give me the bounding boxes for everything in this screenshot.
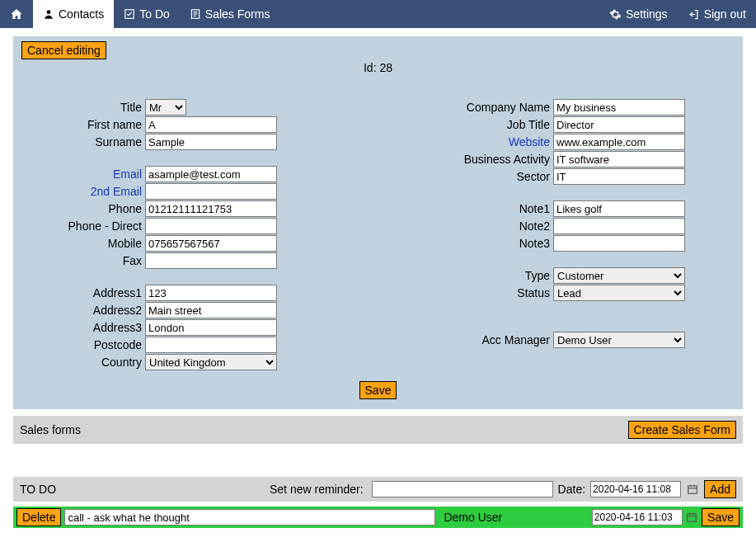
- todo-row: Delete Demo User Save: [13, 507, 743, 528]
- nav-salesforms-label: Sales Forms: [205, 7, 270, 21]
- postcode-label: Postcode: [46, 338, 145, 351]
- checkbox-icon: [124, 8, 135, 20]
- firstname-input[interactable]: [145, 116, 277, 133]
- title-label: Title: [46, 101, 145, 114]
- type-select[interactable]: Customer: [553, 267, 685, 284]
- calendar-icon[interactable]: [686, 482, 699, 497]
- note2-label: Note2: [438, 219, 553, 233]
- status-label: Status: [438, 286, 553, 299]
- note3-input[interactable]: [553, 235, 685, 252]
- mobile-input[interactable]: [145, 235, 277, 252]
- set-reminder-label: Set new reminder:: [61, 483, 367, 496]
- svg-rect-7: [688, 486, 697, 493]
- nav-signout-label: Sign out: [704, 7, 746, 21]
- email2-label[interactable]: 2nd Email: [46, 185, 145, 198]
- phonedirect-label: Phone - Direct: [46, 219, 145, 233]
- phone-input[interactable]: [145, 200, 277, 217]
- nav-contacts[interactable]: Contacts: [33, 0, 114, 28]
- nav-settings[interactable]: Settings: [599, 0, 678, 28]
- nav-signout[interactable]: Sign out: [678, 0, 756, 28]
- surname-input[interactable]: [145, 134, 277, 150]
- accmgr-label: Acc Manager: [438, 333, 553, 346]
- activity-input[interactable]: [553, 151, 685, 167]
- note1-label: Note1: [438, 202, 553, 215]
- todo-user: Demo User: [439, 511, 588, 524]
- sector-input[interactable]: [553, 168, 685, 185]
- addr1-input[interactable]: [145, 285, 277, 301]
- jobtitle-label: Job Title: [438, 118, 553, 131]
- delete-todo-button[interactable]: Delete: [16, 508, 61, 526]
- calendar-icon[interactable]: [686, 510, 698, 525]
- nav-contacts-label: Contacts: [59, 7, 104, 21]
- nav-settings-label: Settings: [626, 7, 668, 21]
- nav-todo-label: To Do: [139, 7, 170, 21]
- addr1-label: Address1: [46, 286, 145, 299]
- activity-label: Business Activity: [438, 153, 553, 166]
- mobile-label: Mobile: [46, 237, 145, 250]
- postcode-input[interactable]: [145, 337, 277, 353]
- note3-label: Note3: [438, 237, 553, 250]
- addr2-label: Address2: [46, 304, 145, 317]
- company-label: Company Name: [438, 101, 553, 114]
- form-icon: [190, 8, 201, 20]
- contact-edit-panel: Cancel editing Id: 28 Title Mr First nam…: [13, 36, 743, 409]
- signout-icon: [688, 8, 700, 21]
- todo-date-input[interactable]: [592, 509, 683, 526]
- status-select[interactable]: Lead: [553, 285, 685, 301]
- save-todo-button[interactable]: Save: [702, 508, 740, 526]
- date-label: Date:: [558, 483, 585, 496]
- svg-rect-11: [688, 514, 697, 521]
- phonedirect-input[interactable]: [145, 218, 277, 234]
- todo-note-input[interactable]: [64, 509, 435, 526]
- svg-point-0: [47, 10, 51, 14]
- create-sales-form-button[interactable]: Create Sales Form: [628, 421, 736, 439]
- note1-input[interactable]: [553, 200, 685, 217]
- nav-home[interactable]: [0, 0, 33, 28]
- phone-label: Phone: [46, 202, 145, 215]
- sales-forms-bar: Sales forms Create Sales Form: [13, 416, 743, 444]
- country-label: Country: [46, 356, 145, 369]
- email-input[interactable]: [145, 166, 277, 182]
- title-select[interactable]: Mr: [145, 99, 186, 115]
- reminder-date-input[interactable]: [590, 481, 681, 497]
- website-label[interactable]: Website: [438, 135, 553, 148]
- record-id: Id: 28: [21, 61, 735, 74]
- nav-todo[interactable]: To Do: [114, 0, 180, 28]
- save-button[interactable]: Save: [359, 381, 397, 399]
- email-label[interactable]: Email: [46, 167, 145, 181]
- email2-input[interactable]: [145, 183, 277, 200]
- fax-label: Fax: [46, 254, 145, 267]
- add-reminder-button[interactable]: Add: [704, 480, 736, 498]
- company-input[interactable]: [553, 99, 685, 115]
- reminder-input[interactable]: [372, 481, 553, 497]
- nav-salesforms[interactable]: Sales Forms: [180, 0, 280, 28]
- top-nav: Contacts To Do Sales Forms Settings Sign…: [0, 0, 756, 28]
- sector-label: Sector: [438, 170, 553, 183]
- addr2-input[interactable]: [145, 302, 277, 318]
- todo-heading: TO DO: [20, 483, 56, 496]
- addr3-label: Address3: [46, 321, 145, 334]
- fax-input[interactable]: [145, 252, 277, 269]
- surname-label: Surname: [46, 135, 145, 148]
- type-label: Type: [438, 269, 553, 282]
- sales-forms-heading: Sales forms: [20, 423, 81, 436]
- gear-icon: [609, 8, 622, 21]
- firstname-label: First name: [46, 118, 145, 131]
- home-icon: [10, 7, 23, 21]
- jobtitle-input[interactable]: [553, 116, 685, 133]
- person-icon: [43, 8, 54, 20]
- addr3-input[interactable]: [145, 319, 277, 336]
- cancel-editing-button[interactable]: Cancel editing: [21, 41, 106, 59]
- country-select[interactable]: United Kingdom: [145, 354, 277, 370]
- todo-bar: TO DO Set new reminder: Date: Add: [13, 477, 743, 502]
- website-input[interactable]: [553, 134, 685, 150]
- note2-input[interactable]: [553, 218, 685, 234]
- accmgr-select[interactable]: Demo User: [553, 332, 685, 348]
